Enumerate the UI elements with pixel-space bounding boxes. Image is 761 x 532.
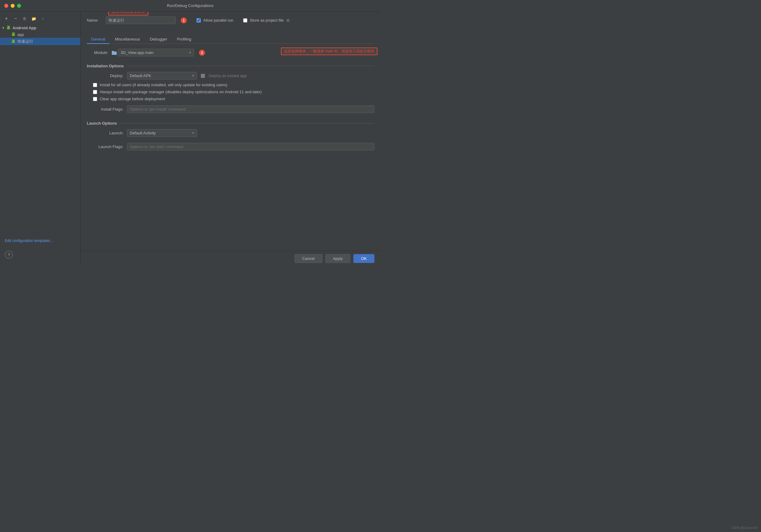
module-select-wrapper: 3D_View.app.main ▼ [112, 49, 194, 56]
clear-app-storage-label: Clear app storage before deployment [100, 96, 165, 101]
store-as-project-file-row: Store as project file ⚙ [243, 18, 290, 23]
apply-button[interactable]: Apply [325, 254, 351, 263]
svg-line-14 [12, 40, 13, 40]
content-area: 这里可以自定义名字 Name: 1 Allow parallel run [81, 12, 380, 251]
svg-point-16 [13, 40, 13, 40]
edit-templates-link[interactable]: Edit configuration templates... [0, 236, 81, 246]
sidebar-item-quickrun-label: 快速运行 [17, 39, 33, 44]
android-icon-quick [11, 39, 16, 44]
store-as-project-file-checkbox[interactable] [243, 18, 247, 23]
install-package-manager-label: Always install with package manager (dis… [100, 89, 262, 94]
launch-label: Launch: [93, 131, 123, 135]
launch-select-wrapper: Default Activity Specified Activity Noth… [127, 129, 197, 137]
close-button[interactable] [4, 4, 8, 8]
title-bar: Run/Debug Configurations [0, 0, 380, 12]
add-config-button[interactable]: + [2, 15, 10, 22]
remove-config-button[interactable]: − [12, 15, 20, 22]
deploy-label: Deploy: [93, 74, 123, 78]
cancel-button[interactable]: Cancel [295, 254, 322, 263]
deploy-select[interactable]: Default APK APK from app bundle Nothing [127, 72, 197, 80]
tab-general[interactable]: General [87, 35, 109, 44]
svg-line-2 [7, 26, 8, 27]
folder-icon [112, 51, 117, 55]
sidebar-toolbar: + − ⎘ 📁 ↕ [0, 14, 81, 25]
tab-debugger[interactable]: Debugger [146, 35, 171, 44]
svg-line-3 [9, 26, 10, 27]
deploy-instant-app-checkbox[interactable] [201, 74, 205, 78]
module-select[interactable]: 3D_View.app.main [118, 49, 194, 56]
sidebar-item-android-app[interactable]: ▾ Android App [0, 25, 81, 31]
name-badge: 1 [181, 17, 187, 24]
name-input[interactable] [106, 17, 176, 24]
installation-options-section: Installation Options [87, 64, 375, 68]
store-as-project-file-label: Store as project file [250, 18, 284, 23]
deploy-select-wrapper: Default APK APK from app bundle Nothing … [127, 72, 197, 80]
svg-point-4 [8, 27, 8, 27]
name-input-wrapper [106, 17, 176, 24]
launch-flags-row: Launch Flags: [87, 143, 375, 150]
android-icon [6, 25, 11, 30]
copy-config-button[interactable]: ⎘ [21, 15, 29, 22]
svg-rect-1 [7, 28, 10, 29]
main-container: + − ⎘ 📁 ↕ ▾ Android App [0, 12, 380, 266]
install-package-manager-row: Always install with package manager (dis… [87, 89, 375, 94]
tabs: General Miscellaneous Debugger Profiling [87, 35, 375, 44]
name-annotation: 这里可以自定义名字 [108, 12, 148, 16]
sidebar: + − ⎘ 📁 ↕ ▾ Android App [0, 12, 81, 266]
launch-row: Launch: Default Activity Specified Activ… [87, 129, 375, 137]
sidebar-item-app-label: app [17, 32, 24, 37]
folder-icon-svg [112, 51, 117, 55]
deploy-row: Deploy: Default APK APK from app bundle … [87, 72, 375, 80]
traffic-lights [4, 4, 21, 8]
tab-miscellaneous[interactable]: Miscellaneous [111, 35, 144, 44]
sidebar-item-app[interactable]: app [0, 31, 81, 38]
svg-point-5 [9, 27, 9, 27]
svg-rect-7 [12, 34, 15, 36]
clear-app-storage-row: Clear app storage before deployment [87, 96, 375, 101]
maximize-button[interactable] [17, 4, 21, 8]
launch-flags-label: Launch Flags: [93, 145, 123, 149]
minimize-button[interactable] [11, 4, 15, 8]
deploy-instant-app-label: Deploy as instant app [209, 74, 247, 78]
svg-point-17 [14, 40, 14, 40]
install-package-manager-checkbox[interactable] [93, 90, 97, 94]
launch-options-section: Launch Options [87, 121, 375, 126]
launch-select[interactable]: Default Activity Specified Activity Noth… [127, 129, 197, 137]
install-flags-label: Install Flags: [93, 107, 123, 111]
settings-icon[interactable]: ⚙ [286, 18, 290, 23]
allow-parallel-run-checkbox[interactable] [197, 18, 201, 23]
android-icon-app [11, 32, 16, 37]
svg-line-9 [14, 32, 15, 33]
tab-profiling[interactable]: Profiling [173, 35, 196, 44]
window-title: Run/Debug Configurations [167, 3, 213, 8]
ok-button[interactable]: OK [353, 254, 375, 263]
name-row: Name: 1 Allow parallel run Store as pr [87, 17, 375, 24]
save-config-button[interactable]: 📁 [30, 15, 38, 22]
install-all-users-row: Install for all users (if already instal… [87, 83, 375, 87]
svg-line-15 [14, 40, 15, 40]
install-all-users-label: Install for all users (if already instal… [100, 83, 227, 87]
bottom-bar: Cancel Apply OK [81, 251, 380, 266]
install-all-users-checkbox[interactable] [93, 83, 97, 87]
allow-parallel-run-label: Allow parallel run [203, 18, 233, 23]
sidebar-parent-label: Android App [13, 26, 36, 30]
sidebar-item-quick-run[interactable]: 快速运行 [0, 38, 81, 45]
chevron-down-icon: ▾ [2, 26, 4, 30]
sort-config-button[interactable]: ↕ [39, 15, 47, 22]
install-flags-row: Install Flags: [87, 105, 375, 113]
svg-rect-13 [12, 41, 15, 43]
module-annotation: 这里选择模块，一般选择 main 包，就是你工程的主模块 [281, 47, 378, 55]
launch-divider-line [119, 123, 375, 123]
launch-options-label: Launch Options [87, 121, 117, 126]
allow-parallel-run-row: Allow parallel run [197, 18, 233, 23]
clear-app-storage-checkbox[interactable] [93, 97, 97, 101]
svg-point-11 [14, 33, 14, 33]
svg-line-8 [12, 32, 13, 33]
help-button[interactable]: ? [5, 251, 13, 259]
installation-options-label: Installation Options [87, 64, 124, 68]
install-flags-input[interactable] [127, 105, 375, 113]
module-label: Module: [87, 50, 108, 55]
launch-flags-input[interactable] [127, 143, 375, 150]
svg-point-10 [13, 33, 13, 33]
module-badge: 2 [199, 50, 205, 56]
